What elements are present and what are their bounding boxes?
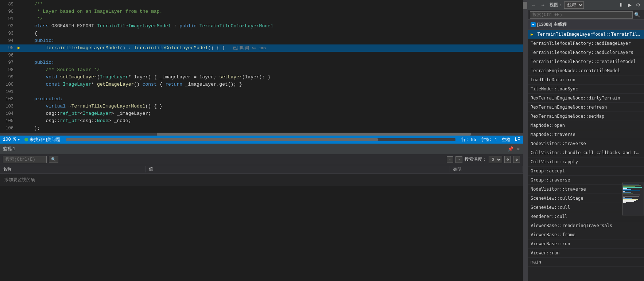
callstack-item-7[interactable]: TileNode::loadSync [528,85,644,94]
callstack-item-label-13: NodeVisitor::traverse [531,141,586,146]
line-number-94: 94 [0,37,16,44]
watch-panel: 监视 1 📌 ✕ 🔍 ← → 搜索深度： 3 1 [0,144,523,186]
watch-forward-button[interactable]: → [455,156,462,163]
callstack-item-label-8: RexTerrainEngineNode::dirtyTerrain [531,95,620,101]
code-vertical-thumb[interactable] [523,2,527,9]
status-no-issues: 未找到相关问题 [30,137,60,143]
callstack-item-16[interactable]: Group::accept [528,167,644,176]
col-label: 字符: 1 [481,137,497,143]
code-area[interactable]: 89 /** 90 * Layer based on an ImageLayer… [0,0,523,133]
code-line-91[interactable]: 91 */ [0,15,523,23]
code-line-98[interactable]: 98 /** Source layer */ [0,66,523,74]
line-content-90: * Layer based on an ImageLayer from the … [22,8,523,15]
code-line-105[interactable]: 105 osg::ref_ptr<osg::Node> _node; [0,117,523,125]
code-line-95[interactable]: 95 ▶ TerrainTileImageLayerModel() : Terr… [0,44,523,52]
toolbar-back-button[interactable]: ← [530,1,538,8]
callstack-item-3[interactable]: TerrainTileModelFactory::addColorLayers [528,48,644,57]
callstack-item-9[interactable]: RexTerrainEngineNode::refresh [528,103,644,112]
status-issues: 未找到相关问题 [24,137,60,143]
callstack-item-15[interactable]: CullVisitor::apply [528,157,644,167]
toolbar-pause-button[interactable]: ⏸ [617,1,625,8]
toolbar-settings-button[interactable]: ⚙ [635,1,642,8]
watch-close-button[interactable]: ✕ [517,146,520,152]
callstack-item-14[interactable]: CullVisitor::handle_cull_callbacks_and_t… [528,148,644,157]
code-scrollbar-thumb[interactable] [157,133,470,136]
callstack-item-label-2: TerrainTileModelFactory::addImageLayer [531,41,631,46]
callstack-list[interactable]: ▶ TerrainTileImageLayerModel::TerrainTil… [528,30,644,281]
callstack-item-24[interactable]: ViewerBase::run [528,239,644,249]
code-line-94[interactable]: 94 public: [0,37,523,44]
toolbar-step-button[interactable]: ▶ [626,1,633,8]
code-line-99[interactable]: 99 void setImageLayer(ImageLayer* layer)… [0,74,523,81]
line-content-100: const ImageLayer* getImageLayer() const … [22,81,523,88]
code-line-90[interactable]: 90 * Layer based on an ImageLayer from t… [0,8,523,15]
line-number-89: 89 [0,1,16,8]
callstack-item-5[interactable]: TerrainEngineNode::createTileModel [528,66,644,75]
callstack-item-label-24: ViewerBase::run [531,241,570,246]
code-line-96[interactable]: 96 [0,52,523,59]
callstack-item-label-12: MapNode::traverse [531,132,575,137]
right-search-input[interactable] [530,11,633,19]
callstack-item-23[interactable]: ViewerBase::frame [528,230,644,239]
watch-pin-icon[interactable]: 📌 [508,146,513,152]
callstack-item-label-19: SceneView::cullStage [531,196,583,201]
code-line-102[interactable]: 102 protected: [0,95,523,103]
code-line-104[interactable]: 104 osg::ref_ptr<ImageLayer> _imageLayer… [0,110,523,117]
code-line-92[interactable]: 92 class OSGEARTH_EXPORT TerrainTileImag… [0,23,523,30]
line-content-98: /** Source layer */ [22,66,523,74]
zoom-arrow: ▾ [18,137,20,143]
watch-toolbar: 🔍 ← → 搜索深度： 3 1 2 4 5 ⚙ ↻ [0,154,523,165]
callstack-item-10[interactable]: RexTerrainEngineNode::setMap [528,112,644,121]
callstack-item-label-17: Group::traverse [531,177,570,183]
encoding-label: LF [515,137,520,142]
line-number-91: 91 [0,15,16,23]
toolbar-forward-button[interactable]: → [539,1,547,8]
callstack-item-22[interactable]: ViewerBase::renderingTraversals [528,221,644,230]
line-number-105: 105 [0,117,16,125]
callstack-item-25[interactable]: Viewer::run [528,249,644,258]
callstack-item-label-14: CullVisitor::handle_cull_callbacks_and_t… [531,150,644,155]
code-horizontal-scrollbar[interactable] [0,133,523,136]
watch-back-button[interactable]: ← [447,156,454,163]
callstack-item-2[interactable]: TerrainTileModelFactory::addImageLayer [528,39,644,48]
line-number-106: 106 [0,125,16,132]
row-label: 行: 95 [461,137,476,143]
watch-refresh-button[interactable]: ↻ [513,156,520,163]
code-line-101[interactable]: 101 [0,88,523,95]
callstack-item-6[interactable]: LoadTileData::run [528,75,644,85]
code-panel: 89 /** 90 * Layer based on an ImageLayer… [0,0,527,281]
line-number-100: 100 [0,81,16,88]
right-search-button[interactable]: 🔍 [633,11,642,18]
line-content-91: */ [22,15,523,23]
code-line-97[interactable]: 97 public: [0,59,523,66]
line-number-103: 103 [0,103,16,110]
callstack-item-4[interactable]: TerrainTileModelFactory::createTileModel [528,57,644,66]
code-line-103[interactable]: 103 virtual ~TerrainTileImageLayerModel(… [0,103,523,110]
callstack-item-11[interactable]: MapNode::open [528,121,644,130]
thread-badge: ● [531,22,536,27]
code-vertical-scrollbar[interactable] [523,0,527,281]
callstack-item-12[interactable]: MapNode::traverse [528,130,644,139]
watch-depth-select[interactable]: 3 1 2 4 5 [489,156,502,163]
callstack-item-26[interactable]: main [528,258,644,267]
right-toolbar: ← → 视图： 线程 ⏸ ▶ ⚙ [528,0,644,10]
callstack-item-label-3: TerrainTileModelFactory::addColorLayers [531,50,633,55]
line-content-89: /** [22,1,523,8]
code-line-106[interactable]: 106 }; [0,125,523,132]
view-select[interactable]: 线程 [564,1,584,9]
callstack-item-label-20: SceneView::cull [531,205,570,210]
watch-col-type: 类型 [450,166,523,172]
code-line-89[interactable]: 89 /** [0,1,523,8]
watch-options-button[interactable]: ⚙ [504,156,511,163]
callstack-item-1[interactable]: ▶ TerrainTileImageLayerModel::TerrainTil… [528,30,644,39]
callstack-item-13[interactable]: NodeVisitor::traverse [528,139,644,148]
watch-search-input[interactable] [3,156,47,163]
line-number-93: 93 [0,30,16,37]
watch-search-button[interactable]: 🔍 [49,156,58,163]
line-content-97: public: [22,59,523,66]
code-line-100[interactable]: 100 const ImageLayer* getImageLayer() co… [0,81,523,88]
code-line-93[interactable]: 93 { [0,30,523,37]
right-search-bar: 🔍 [528,10,644,20]
watch-depth-label: 搜索深度： [465,156,486,163]
callstack-item-8[interactable]: RexTerrainEngineNode::dirtyTerrain [528,94,644,103]
